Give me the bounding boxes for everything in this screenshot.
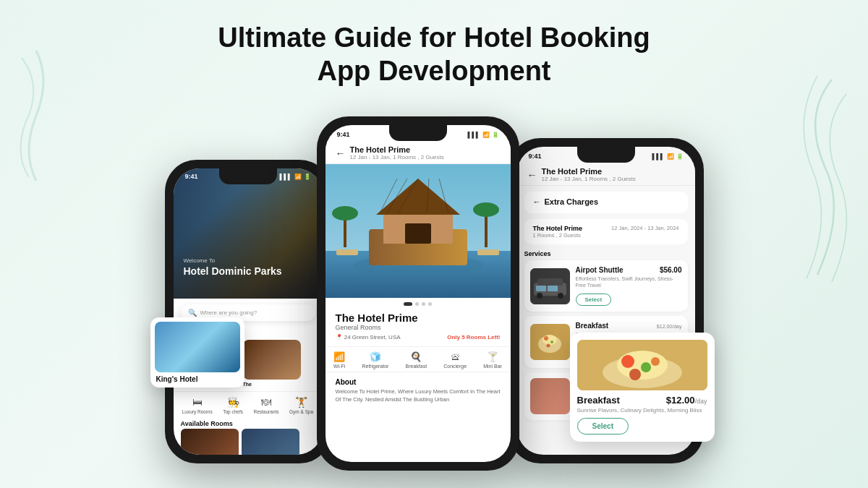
- gym-icon: 🏋: [295, 396, 307, 408]
- page-title: Ultimate Guide for Hotel Booking App Dev…: [0, 0, 868, 102]
- center-phone: 9:41 ▌▌▌📶🔋 ← The Hotel Prime 12 Jan - 13…: [317, 116, 519, 471]
- kings-hotel-image: [155, 322, 240, 372]
- about-section: About Welcome To Hotel Prime, Where Luxu…: [326, 375, 511, 406]
- center-status-icons: ▌▌▌📶🔋: [467, 132, 498, 138]
- center-nav-bar: ← The Hotel Prime 12 Jan - 13 Jan, 1 Roo…: [326, 141, 511, 164]
- svg-point-37: [651, 357, 660, 366]
- back-arrow-ec[interactable]: ←: [533, 197, 541, 206]
- dot-3: [422, 302, 425, 306]
- svg-point-35: [641, 362, 651, 372]
- booking-summary-card: The Hotel Prime 1 Rooms , 2 Guests 12 Ja…: [524, 219, 688, 244]
- center-hero-svg: [326, 164, 511, 298]
- dot-4: [428, 302, 432, 306]
- services-title: Services: [517, 250, 695, 260]
- image-dots: [326, 298, 511, 309]
- available-rooms-row: [174, 429, 323, 455]
- service-card-shuttle: Airpot Shuttle $56.00 Effortless Transfe…: [524, 260, 688, 312]
- left-phone: 9:41 ▌▌▌📶🔋 Welcome To Hotel Dominic Park…: [165, 160, 331, 463]
- hotel-card-brown[interactable]: The: [243, 340, 301, 387]
- concierge-icon: 🛎: [451, 351, 460, 362]
- amenity-concierge: 🛎 Concierge: [443, 351, 467, 369]
- right-status-icons: ▌▌▌📶🔋: [652, 153, 683, 160]
- right-phone: 9:41 ▌▌▌📶🔋 ← The Hotel Prime 12 Jan - 13…: [509, 138, 704, 463]
- shuttle-image: [530, 268, 570, 304]
- back-arrow-center[interactable]: ←: [336, 147, 346, 159]
- amenities-row: 📶 Wi-Fi 🧊 Refrigerator 🍳 Breakfast 🛎 Con…: [326, 346, 511, 372]
- svg-point-28: [544, 336, 548, 341]
- svg-point-30: [546, 343, 550, 347]
- breakfast-icon: 🍳: [410, 351, 422, 362]
- minibar-icon: 🍸: [487, 351, 498, 362]
- location-pin-icon: 📍: [336, 334, 344, 341]
- svg-rect-24: [548, 286, 558, 291]
- car-svg: [530, 268, 570, 304]
- nav-gym-spa[interactable]: 🏋 Gym & Spa: [289, 396, 313, 414]
- svg-point-34: [621, 355, 634, 368]
- bottom-nav: 🛏 Luxury Rooms 🧑‍🍳 Top chefs 🍽 Restauran…: [174, 391, 323, 417]
- amenity-refrigerator: 🧊 Refrigerator: [362, 351, 388, 369]
- restaurant-icon: 🍽: [261, 396, 271, 408]
- dot-1: [404, 302, 412, 306]
- right-notch: [577, 147, 635, 163]
- available-room-img-1: [181, 429, 239, 455]
- location-row: 📍 24 Green Street, USA Only 5 Rooms Left…: [336, 334, 501, 341]
- hotel-info-section: The Hotel Prime General Rooms 📍 24 Green…: [326, 309, 511, 343]
- select-shuttle-button[interactable]: Select: [576, 294, 612, 306]
- breakfast-floating-card: Breakfast $12.00/day Sunrise Flavors, Cu…: [570, 333, 715, 442]
- extra-charges-header: ← Extra Charges: [524, 192, 688, 213]
- amenity-wifi: 📶 Wi-Fi: [333, 351, 345, 369]
- breakfast-float-svg: [577, 340, 707, 390]
- bed-icon: 🛏: [192, 396, 203, 408]
- left-notch: [219, 168, 277, 184]
- shuttle-info: Airpot Shuttle $56.00 Effortless Transfe…: [576, 266, 682, 306]
- breakfast-floating-image: [577, 340, 707, 390]
- svg-rect-12: [336, 249, 358, 255]
- svg-point-22: [558, 293, 563, 299]
- hero-text: Welcome To Hotel Dominic Parks: [184, 257, 282, 277]
- wifi-icon: 📶: [333, 351, 345, 362]
- available-section-title: Available Rooms: [174, 417, 323, 429]
- fridge-icon: 🧊: [370, 351, 381, 362]
- svg-point-15: [332, 206, 358, 221]
- svg-rect-11: [405, 223, 431, 244]
- svg-rect-20: [537, 278, 563, 286]
- nav-restaurants[interactable]: 🍽 Restaurants: [253, 396, 278, 414]
- hotel-card-brown-img: [243, 340, 301, 380]
- available-room-img-2: [242, 429, 299, 455]
- center-hero-image: [326, 164, 511, 298]
- svg-point-21: [537, 293, 542, 299]
- nav-top-chefs[interactable]: 🧑‍🍳 Top chefs: [223, 396, 243, 414]
- breakfast-svg: [530, 324, 570, 360]
- search-icon: 🔍: [188, 309, 197, 317]
- svg-point-36: [629, 369, 641, 380]
- left-status-icons: ▌▌▌📶🔋: [279, 174, 310, 180]
- breakfast-service-image: [530, 324, 570, 360]
- nav-luxury-rooms[interactable]: 🛏 Luxury Rooms: [182, 396, 213, 414]
- amenity-minibar: 🍸 Mini Bar: [483, 351, 502, 369]
- dinner-image: [530, 378, 570, 414]
- breakfast-float-name-row: Breakfast $12.00/day: [577, 395, 707, 406]
- dot-2: [415, 302, 419, 306]
- kings-hotel-card[interactable]: King's Hotel: [150, 317, 244, 388]
- select-floating-breakfast-button[interactable]: Select: [577, 418, 629, 435]
- left-hero-image: 9:41 ▌▌▌📶🔋 Welcome To Hotel Dominic Park…: [174, 168, 323, 299]
- amenity-breakfast: 🍳 Breakfast: [406, 351, 427, 369]
- svg-point-29: [550, 341, 553, 343]
- svg-point-17: [473, 202, 499, 217]
- svg-rect-23: [536, 286, 546, 291]
- right-nav-bar: ← The Hotel Prime 12 Jan - 13 Jan, 1 Roo…: [517, 163, 695, 186]
- svg-rect-13: [477, 249, 499, 255]
- back-arrow-right[interactable]: ←: [527, 169, 537, 181]
- center-notch: [389, 125, 447, 141]
- chef-icon: 🧑‍🍳: [227, 396, 239, 408]
